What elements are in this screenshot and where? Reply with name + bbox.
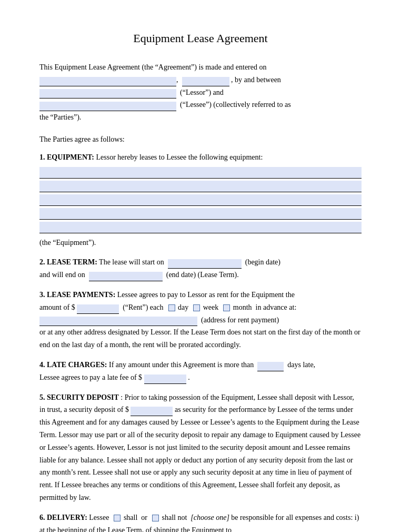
s6-shall-not: shall not: [162, 514, 187, 521]
equipment-line-5[interactable]: [39, 222, 362, 233]
late-days-field[interactable]: [257, 362, 284, 371]
rent-amount-field[interactable]: [77, 304, 119, 314]
week-checkbox[interactable]: [193, 304, 200, 311]
s4-days-label: days late,: [287, 361, 315, 369]
lease-begin-date-field[interactable]: [168, 259, 242, 269]
s2-text1: The lease will start on: [99, 258, 164, 266]
s3-title: 3. LEASE PAYMENTS:: [39, 291, 115, 299]
s6-text1: Lessee: [89, 514, 109, 521]
s6-italic: [choose one]: [191, 514, 229, 521]
agreement-year-field[interactable]: [182, 77, 229, 86]
s4-title: 4. LATE CHARGES:: [39, 361, 107, 369]
agreement-date-field[interactable]: [39, 77, 176, 86]
s6-or: or: [141, 514, 147, 521]
equipment-line-1[interactable]: [39, 167, 362, 179]
s1-text: Lessor hereby leases to Lessee the follo…: [96, 153, 263, 161]
section-4: 4. LATE CHARGES: If any amount under thi…: [39, 359, 362, 384]
s3-amount-label: amount of $: [39, 303, 75, 311]
s2-text2: and will end on: [39, 271, 85, 279]
equipment-lines: [39, 167, 362, 233]
s6-title: 6. DELIVERY:: [39, 514, 87, 521]
month-checkbox[interactable]: [223, 304, 230, 311]
agree-text: The Parties agree as follows:: [39, 135, 125, 143]
s1-title: 1. EQUIPMENT:: [39, 153, 94, 161]
equipment-line-2[interactable]: [39, 181, 362, 192]
s3-text2: (“Rent”) each: [123, 303, 163, 311]
lessee-name-field[interactable]: [39, 102, 176, 111]
parties-label: the “Parties”).: [39, 113, 81, 121]
s4-text1: If any amount under this Agreement is mo…: [109, 361, 254, 369]
security-deposit-field[interactable]: [131, 407, 173, 416]
s3-month: month: [233, 303, 252, 311]
section-2: 2. LEASE TERM: The lease will start on (…: [39, 256, 362, 281]
section-6: 6. DELIVERY: Lessee shall or shall not […: [39, 511, 362, 532]
s5-text2: as security for the performance by Lesse…: [39, 406, 360, 501]
s4-text3: .: [188, 373, 190, 381]
section-5: 5. SECURITY DEPOSIT : Prior to taking po…: [39, 391, 362, 504]
s2-end-label: (end date) (Lease Term).: [166, 271, 239, 279]
equipment-line-3[interactable]: [39, 194, 362, 206]
equipment-line-4[interactable]: [39, 208, 362, 220]
section-1: 1. EQUIPMENT: Lessor hereby leases to Le…: [39, 151, 362, 249]
agree-block: The Parties agree as follows:: [39, 133, 362, 146]
s3-text3: in advance at:: [256, 303, 297, 311]
s1-end: (the “Equipment”).: [39, 239, 96, 247]
lessor-name-field[interactable]: [39, 89, 176, 98]
s4-text2: Lessee agrees to pay a late fee of $: [39, 373, 142, 381]
intro-block: This Equipment Lease Agreement (the “Agr…: [39, 61, 362, 124]
s3-text1: Lessee agrees to pay to Lessor as rent f…: [117, 291, 295, 299]
s3-addr-label: (address for rent payment): [201, 316, 279, 324]
intro-line1: This Equipment Lease Agreement (the “Agr…: [39, 63, 267, 71]
late-fee-field[interactable]: [144, 375, 186, 384]
lessor-label: (“Lessor”) and: [180, 88, 224, 96]
s3-week: week: [203, 303, 219, 311]
s6-shall: shall: [124, 514, 137, 521]
lessee-label: (“Lessee”) (collectively referred to as: [180, 101, 291, 109]
s2-begin-label: (begin date): [245, 258, 280, 266]
intro-line2: , by and between: [231, 76, 281, 84]
shall-not-checkbox[interactable]: [152, 515, 159, 521]
s2-title: 2. LEASE TERM:: [39, 258, 97, 266]
lease-end-date-field[interactable]: [89, 272, 163, 281]
day-checkbox[interactable]: [168, 304, 175, 311]
s3-text4: or at any other address designated by Le…: [39, 326, 362, 351]
rent-address-field[interactable]: [39, 317, 197, 326]
shall-checkbox[interactable]: [114, 515, 121, 521]
section-3: 3. LEASE PAYMENTS: Lessee agrees to pay …: [39, 289, 362, 351]
page-title: Equipment Lease Agreement: [39, 32, 362, 45]
s5-title: 5. SECURITY DEPOSIT: [39, 393, 119, 401]
page: Equipment Lease Agreement This Equipment…: [0, 0, 401, 532]
s3-day: day: [178, 303, 188, 311]
